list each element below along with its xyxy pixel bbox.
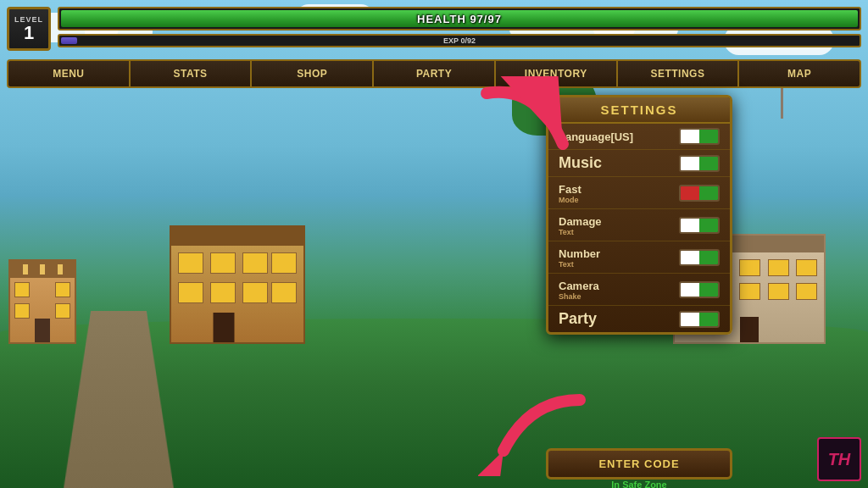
building-center-left <box>170 225 305 344</box>
settings-toggle-2[interactable] <box>679 185 720 202</box>
settings-row-1: Music <box>548 150 730 177</box>
nav-item-inventory[interactable]: INVENTORY <box>496 61 618 86</box>
settings-row-6: Party <box>548 306 730 332</box>
safe-zone-label: In Safe Zone <box>546 480 732 488</box>
settings-row-label: CameraShake <box>559 280 599 301</box>
settings-toggle-1[interactable] <box>679 155 720 172</box>
settings-row-label: Language[US] <box>559 130 633 143</box>
settings-toggle-0[interactable] <box>679 128 720 145</box>
settings-toggle-3[interactable] <box>679 217 720 234</box>
health-text: HEALTH 97/97 <box>59 8 860 29</box>
settings-panel: SETTINGS Language[US]MusicFastModeDamage… <box>546 95 732 335</box>
settings-row-3: DamageText <box>548 209 730 241</box>
settings-row-4: NumberText <box>548 241 730 274</box>
exp-text: EXP 0/92 <box>59 36 860 46</box>
settings-toggle-6[interactable] <box>679 311 720 328</box>
nav-item-map[interactable]: MAP <box>739 61 860 86</box>
nav-item-menu[interactable]: MENU <box>8 61 131 86</box>
nav-bar: MENUSTATSSHOPPARTYINVENTORYSETTINGSMAP <box>7 59 861 88</box>
watermark: TH <box>817 437 861 481</box>
settings-row-0: Language[US] <box>548 124 730 150</box>
enter-code-button[interactable]: ENTER CODE <box>546 448 732 480</box>
level-box: LEVEL 1 <box>7 7 51 51</box>
settings-row-label: Music <box>559 154 602 171</box>
settings-row-label: NumberText <box>559 247 600 269</box>
settings-toggle-5[interactable] <box>679 281 720 298</box>
health-area: HEALTH 97/97 EXP 0/92 <box>58 7 861 47</box>
exp-bar: EXP 0/92 <box>58 34 861 47</box>
health-bar: HEALTH 97/97 <box>58 7 861 30</box>
settings-title: SETTINGS <box>548 97 730 124</box>
top-hud: LEVEL 1 HEALTH 97/97 EXP 0/92 <box>7 7 861 51</box>
settings-row-label: FastMode <box>559 183 581 204</box>
nav-item-party[interactable]: PARTY <box>374 61 496 86</box>
nav-item-shop[interactable]: SHOP <box>252 61 374 86</box>
settings-row-5: CameraShake <box>548 274 730 306</box>
settings-row-label: DamageText <box>559 215 602 236</box>
level-number: 1 <box>24 24 34 42</box>
nav-item-settings[interactable]: SETTINGS <box>618 61 740 86</box>
settings-row-2: FastMode <box>548 177 730 209</box>
nav-item-stats[interactable]: STATS <box>131 61 253 86</box>
building-left <box>8 259 76 344</box>
settings-row-label: Party <box>559 310 597 327</box>
settings-toggle-4[interactable] <box>679 249 720 266</box>
